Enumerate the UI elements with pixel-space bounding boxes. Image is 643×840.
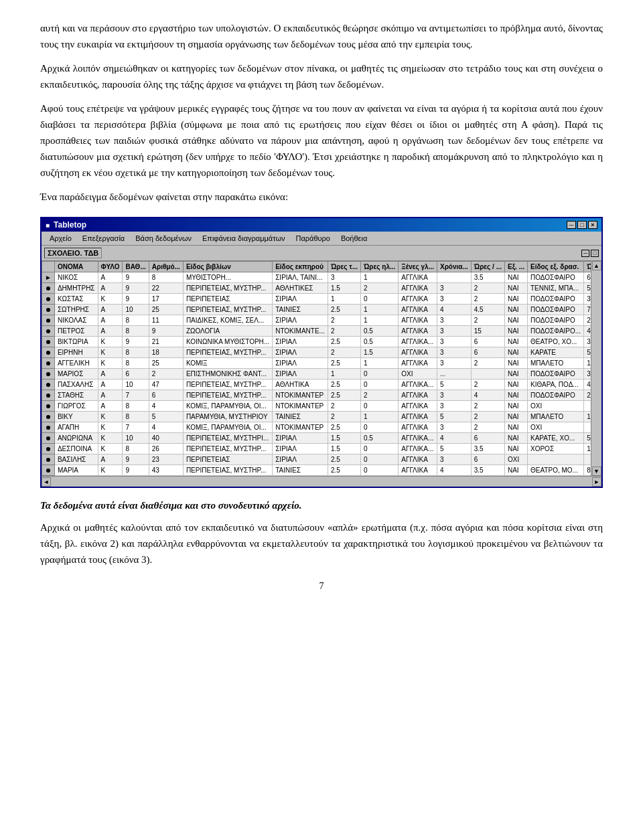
table-cell: 1 (584, 412, 591, 422)
col-hours-per[interactable]: Ώρες / ... (471, 262, 504, 272)
col-hours-pc[interactable]: Ώρες ηλ... (360, 262, 398, 272)
col-hours-tv[interactable]: Ώρες τ... (328, 262, 360, 272)
table-row[interactable]: ΕΙΡΗΝΗΚ818ΠΕΡΙΠΕΤΕΙΑΣ, ΜΥΣΤΗΡ...ΣΙΡΙΑΛ21… (42, 347, 591, 358)
table-row[interactable]: ΣΤΑΘΗΣΑ76ΠΕΡΙΠΕΤΕΙΑΣ, ΜΥΣΤΗΡ...ΝΤΟΚΙΜΑΝΤ… (42, 390, 591, 401)
table-cell: ΑΓΑΠΗ (54, 422, 98, 433)
col-ext-activity[interactable]: Είδος εξ. δρασ. (527, 262, 583, 272)
table-row[interactable]: ΒΙΚΤΩΡΙΑΚ921ΚΟΙΝΩΝΙΚΑ ΜΥΘΙΣΤΟΡΗ...ΣΙΡΙΑΛ… (42, 337, 591, 347)
row-indicator-cell (42, 294, 55, 305)
table-cell: ΣΙΡΙΑΛ (273, 347, 328, 358)
db-table-container[interactable]: ΟΝΟΜΑ ΦΥΛΟ ΒΑΘ... Αριθμό... Είδος βιβλίω… (42, 261, 591, 476)
table-cell: ΣΙΡΙΑΛ (273, 337, 328, 347)
table-cell: ΠΕΡΙΠΕΤΕΙΑΣ, ΜΥΣΤΗΡ... (183, 305, 272, 315)
table-cell: ΑΓΓΛΙΚΑ (399, 401, 437, 412)
vertical-scrollbar[interactable]: ▲ ▼ (591, 261, 601, 476)
table-cell: ΠΟΔΟΣΦΑΙΡΟ (527, 305, 583, 315)
inner-minimize-button[interactable]: ─ (581, 250, 589, 257)
table-cell: 1.5 (328, 283, 360, 294)
menu-file[interactable]: Αρχείο (44, 233, 77, 244)
col-book-type[interactable]: Είδος βιβλίων (183, 262, 272, 272)
table-cell: ΟΧΙ (527, 422, 583, 433)
table-row[interactable]: ΣΩΤΗΡΗΣΑ1025ΠΕΡΙΠΕΤΕΙΑΣ, ΜΥΣΤΗΡ...ΤΑΙΝΙΕ… (42, 305, 591, 315)
table-cell: 8 (123, 347, 149, 358)
table-cell: Α (98, 401, 123, 412)
table-cell: 2 (328, 326, 360, 337)
table-row[interactable]: ΠΕΤΡΟΣΑ89ΖΩΟΛΟΓΙΑΝΤΟΚΙΜΑΝΤΕ...20.5ΑΓΓΛΙΚ… (42, 326, 591, 337)
maximize-button[interactable]: □ (577, 221, 587, 229)
table-cell: 3 (437, 401, 471, 412)
table-row[interactable]: ΔΕΣΠΟΙΝΑΚ826ΠΕΡΙΠΕΤΕΙΑΣ, ΜΥΣΤΗΡ...ΣΙΡΙΑΛ… (42, 444, 591, 454)
table-cell: 2 (328, 347, 360, 358)
col-name[interactable]: ΟΝΟΜΑ (54, 262, 98, 272)
col-lang[interactable]: Ξένες γλ... (399, 262, 437, 272)
table-cell: ΜΑΡΙΟΣ (54, 369, 98, 380)
table-cell: ΝΑΙ (504, 326, 527, 337)
table-row[interactable]: ΑΝΩΡΙΩΝΑΚ1040ΠΕΡΙΠΕΤΕΙΑΣ, ΜΥΣΤΗΡΙ...ΣΙΡΙ… (42, 433, 591, 444)
table-cell: ΑΓΓΛΙΚΑ (399, 454, 437, 465)
table-cell: 9 (123, 283, 149, 294)
menu-edit[interactable]: Επεξεργασία (77, 233, 130, 244)
table-row[interactable]: ΔΗΜΗΤΡΗΣΑ922ΠΕΡΙΠΕΤΕΙΑΣ, ΜΥΣΤΗΡ...ΑΘΛΗΤΙ… (42, 283, 591, 294)
table-cell: 3.5 (471, 465, 504, 476)
table-cell: Κ (98, 412, 123, 422)
table-cell: 8 (123, 412, 149, 422)
table-cell: 10 (123, 433, 149, 444)
table-row[interactable]: ΜΑΡΙΟΣΑ62ΕΠΙΣΤΗΜΟΝΙΚΗΣ ΦΑΝΤ...ΣΙΡΙΑΛ10ΟΧ… (42, 369, 591, 380)
col-tv-type[interactable]: Είδος εκπηρού (273, 262, 328, 272)
scroll-left-button[interactable]: ◄ (42, 477, 51, 487)
menu-window[interactable]: Παράθυρο (290, 233, 335, 244)
row-indicator-cell (42, 315, 55, 326)
table-row[interactable]: ΜΑΡΙΑΚ943ΠΕΡΙΠΕΤΕΙΑΣ, ΜΥΣΤΗΡ...ΤΑΙΝΙΕΣ2.… (42, 465, 591, 476)
minimize-button[interactable]: ─ (567, 221, 576, 229)
col-num[interactable]: Αριθμό... (149, 262, 183, 272)
table-cell: Κ (98, 337, 123, 347)
table-cell: Α (98, 272, 123, 283)
col-grade[interactable]: ΒΑΘ... (123, 262, 149, 272)
table-cell: ΑΓΓΛΙΚΑ (399, 412, 437, 422)
table-cell: Α (98, 369, 123, 380)
table-row[interactable]: ΝΙΚΟΛΑΣΑ811ΠΑΙΔΙΚΕΣ, ΚΟΜΙΞ, ΣΕΛ...ΣΙΡΙΑΛ… (42, 315, 591, 326)
table-cell: 2 (584, 315, 591, 326)
table-header-row: ΟΝΟΜΑ ΦΥΛΟ ΒΑΘ... Αριθμό... Είδος βιβλίω… (42, 262, 591, 272)
table-cell: ΝΤΟΚΙΜΑΝΤΕΡ (273, 422, 328, 433)
menu-database[interactable]: Βάση δεδομένων (130, 233, 197, 244)
table-cell: 4 (471, 390, 504, 401)
table-cell: ΑΓΓΛΙΚΑ (399, 358, 437, 369)
table-row[interactable]: ΠΑΣΧΑΛΗΣΑ1047ΠΕΡΙΠΕΤΕΙΑΣ, ΜΥΣΤΗΡ...ΑΘΛΗΤ… (42, 380, 591, 390)
table-cell: ΑΓΓΛΙΚΑ... (399, 337, 437, 347)
table-row[interactable]: ΑΓΓΕΛΙΚΗΚ825ΚΟΜΙΞΣΙΡΙΑΛ2.51ΑΓΓΛΙΚΑ32ΝΑΙΜ… (42, 358, 591, 369)
col-years[interactable]: Χρόνια... (437, 262, 471, 272)
table-row[interactable]: ΚΩΣΤΑΣΚ917ΠΕΡΙΠΕΤΕΙΑΣΣΙΡΙΑΛ10ΑΓΓΛΙΚΑ32ΝΑ… (42, 294, 591, 305)
scroll-right-button[interactable]: ► (592, 477, 601, 487)
scroll-up-button[interactable]: ▲ (592, 261, 601, 270)
table-cell: 9 (123, 454, 149, 465)
table-cell: ΤΕΝΝΙΣ, ΜΠΑ... (527, 283, 583, 294)
table-row[interactable]: ΓΙΩΡΓΟΣΑ84ΚΟΜΙΞ, ΠΑΡΑΜΥΘΙΑ, ΟΙ...ΝΤΟΚΙΜΑ… (42, 401, 591, 412)
horizontal-scrollbar[interactable]: ◄ ► (42, 476, 601, 487)
table-cell: ΚΟΜΙΞ, ΠΑΡΑΜΥΘΙΑ, ΟΙ... (183, 401, 272, 412)
table-cell: 3.5 (471, 444, 504, 454)
menu-diagrams[interactable]: Επιφάνεια διαγραμμάτων (197, 233, 290, 244)
scroll-down-button[interactable]: ▼ (592, 467, 601, 476)
titlebar-controls[interactable]: ─ □ × (567, 221, 597, 229)
table-cell: 8.5 (584, 465, 591, 476)
table-row[interactable]: ΒΑΣΙΛΗΣΑ923ΠΕΡΙΠΕΤΕΙΑΣΣΙΡΙΑΛ2.50ΑΓΓΛΙΚΑ3… (42, 454, 591, 465)
table-cell: ΣΙΡΙΑΛ (273, 444, 328, 454)
col-hours-week[interactable]: Ώρες / βδομάδ... (584, 262, 591, 272)
table-cell: ΣΩΤΗΡΗΣ (54, 305, 98, 315)
table-cell: 1.5 (328, 444, 360, 454)
table-cell: 2 (360, 283, 398, 294)
col-ext[interactable]: Εξ. ... (504, 262, 527, 272)
row-indicator-cell (42, 358, 55, 369)
table-cell: 6 (584, 272, 591, 283)
table-cell: 25 (149, 305, 183, 315)
table-row[interactable]: ΑΓΑΠΗΚ74ΚΟΜΙΞ, ΠΑΡΑΜΥΘΙΑ, ΟΙ...ΝΤΟΚΙΜΑΝΤ… (42, 422, 591, 433)
col-gender[interactable]: ΦΥΛΟ (98, 262, 123, 272)
table-row[interactable]: ΒΙΚΥΚ85ΠΑΡΑΜΥΘΙΑ, ΜΥΣΤΗΡΙΟΥΤΑΙΝΙΕΣ21ΑΓΓΛ… (42, 412, 591, 422)
close-button[interactable]: × (588, 221, 597, 229)
inner-maximize-button[interactable]: □ (591, 250, 599, 257)
table-cell: ΣΙΡΙΑΛ (273, 358, 328, 369)
table-row[interactable]: ►ΝΙΚΟΣΑ98ΜΥΘΙΣΤΟΡΗ...ΣΙΡΙΑΛ, ΤΑΙΝΙ...31Α… (42, 272, 591, 283)
table-cell: ΒΑΣΙΛΗΣ (54, 454, 98, 465)
menu-help[interactable]: Βοήθεια (336, 233, 372, 244)
